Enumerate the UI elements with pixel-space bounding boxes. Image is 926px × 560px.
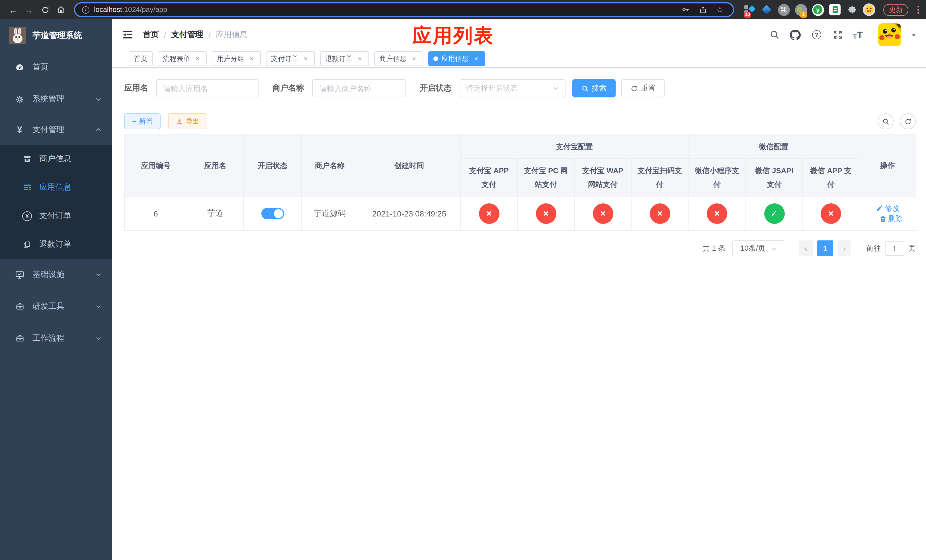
- next-page-button[interactable]: ›: [838, 241, 851, 256]
- yen-icon: ¥: [14, 124, 25, 135]
- breadcrumb-home[interactable]: 首页: [143, 30, 159, 40]
- breadcrumb-payment[interactable]: 支付管理: [171, 30, 203, 40]
- header-search-button[interactable]: [769, 29, 780, 41]
- goto-page-input[interactable]: [885, 241, 904, 256]
- yen-glyph: ¥: [22, 211, 32, 221]
- ext-square: [744, 5, 748, 9]
- extension-y-icon[interactable]: y: [811, 3, 824, 16]
- shop-icon: [22, 153, 32, 164]
- github-button[interactable]: [790, 29, 801, 41]
- browser-update-button[interactable]: 更新: [883, 4, 908, 16]
- extension-badge: 10: [744, 12, 750, 18]
- browser-forward-button[interactable]: →: [22, 2, 36, 17]
- edit-link[interactable]: 修改: [876, 203, 900, 213]
- tab-app-info[interactable]: 应用信息×: [428, 51, 485, 66]
- download-icon: [176, 118, 183, 125]
- sidebar-item-refund-orders[interactable]: 退款订单: [0, 230, 112, 259]
- main-panel: 首页 / 支付管理 / 应用信息 ?: [112, 20, 926, 560]
- goto-unit: 页: [908, 243, 916, 254]
- close-icon[interactable]: ×: [356, 55, 364, 63]
- extensions-puzzle-icon[interactable]: [846, 3, 858, 16]
- browser-home-button[interactable]: [53, 2, 68, 17]
- extension-kite-icon[interactable]: [760, 3, 773, 16]
- active-dot: [433, 56, 438, 61]
- page-1-button[interactable]: 1: [817, 241, 833, 256]
- filter-status: 开启状态 请选择开启状态: [420, 79, 566, 97]
- browser-reload-button[interactable]: [38, 2, 52, 17]
- page-size-select[interactable]: 10条/页: [732, 241, 785, 256]
- search-button[interactable]: 搜索: [572, 79, 616, 97]
- font-size-button[interactable]: TT: [853, 30, 863, 39]
- url-host: localhost: [94, 6, 122, 14]
- add-button-label: 新增: [139, 117, 153, 126]
- share-button[interactable]: [696, 3, 709, 16]
- pencil-icon: [876, 204, 883, 212]
- big-t: T: [857, 30, 863, 39]
- close-icon[interactable]: ×: [472, 55, 480, 63]
- bookmark-star-button[interactable]: ☆: [714, 3, 726, 16]
- export-button[interactable]: 导出: [168, 114, 207, 129]
- app-name-input[interactable]: [156, 79, 259, 97]
- fullscreen-button[interactable]: [832, 29, 843, 41]
- chevron-down-icon: [95, 271, 102, 278]
- password-key-button[interactable]: [679, 3, 692, 16]
- prev-page-button[interactable]: ‹: [799, 241, 813, 256]
- page-content: 应用名 商户名称 开启状态 请选择开启状态: [112, 68, 926, 560]
- browser-back-button[interactable]: ←: [6, 2, 21, 17]
- sidebar-item-payment[interactable]: ¥ 支付管理: [0, 115, 112, 145]
- cell-alipay-app: ×: [460, 197, 517, 230]
- tab-home[interactable]: 首页: [129, 51, 153, 66]
- address-bar[interactable]: i localhost:1024/pay/app ☆: [74, 2, 734, 17]
- refresh-table-button[interactable]: [900, 114, 916, 129]
- extension-recorder-icon[interactable]: 1: [794, 3, 807, 16]
- help-button[interactable]: ?: [811, 29, 822, 41]
- sidebar-item-workflow[interactable]: 工作流程: [0, 322, 112, 354]
- browser-menu-button[interactable]: [917, 6, 919, 14]
- tab-merchant-info[interactable]: 商户信息×: [374, 51, 423, 66]
- sidebar-item-home[interactable]: 首页: [0, 51, 112, 83]
- close-icon[interactable]: ×: [194, 55, 201, 63]
- reset-button[interactable]: 重置: [621, 79, 664, 97]
- sidebar-collapse-button[interactable]: [121, 29, 134, 41]
- sidebar-item-pay-orders[interactable]: ¥ 支付订单: [0, 202, 112, 230]
- tab-user-group[interactable]: 用户分组×: [212, 51, 261, 66]
- cell-wx-app: ×: [803, 197, 859, 230]
- extension-grid-badge-icon[interactable]: 10: [743, 3, 756, 16]
- app-table: 应用编号 应用名 开启状态 商户名称 创建时间 支付宝配置 微信配置 操作 支付…: [124, 135, 916, 231]
- tab-refund-orders[interactable]: 退款订单×: [320, 51, 369, 66]
- tab-label: 流程表单: [163, 54, 190, 64]
- user-avatar[interactable]: [878, 23, 901, 46]
- browser-profile-avatar[interactable]: [863, 3, 875, 16]
- emoji-face-icon: [864, 5, 874, 15]
- add-button[interactable]: + 新增: [124, 114, 160, 129]
- close-icon[interactable]: ×: [248, 55, 256, 63]
- avatar-caret-icon[interactable]: [911, 32, 917, 38]
- app-frame: 芋道管理系统 首页 系统管理 ¥ 支付管理: [0, 20, 926, 560]
- extension-command-icon[interactable]: ⌘: [777, 3, 790, 16]
- sidebar-item-merchant-info[interactable]: 商户信息: [0, 145, 112, 173]
- close-icon[interactable]: ×: [410, 55, 418, 63]
- col-status: 开启状态: [244, 135, 301, 197]
- tab-process-form[interactable]: 流程表单×: [158, 51, 207, 66]
- trash-icon: [879, 215, 887, 222]
- pikachu-avatar-icon: [878, 23, 901, 46]
- sidebar-item-infrastructure[interactable]: 基础设施: [0, 259, 112, 291]
- extension-docs-icon[interactable]: [829, 3, 841, 16]
- enabled-toggle[interactable]: [261, 208, 284, 219]
- toggle-search-button[interactable]: [878, 114, 894, 129]
- sidebar-item-dev-tools[interactable]: 研发工具: [0, 291, 112, 322]
- site-info-icon[interactable]: i: [82, 6, 89, 14]
- reload-icon: [41, 5, 49, 14]
- merchant-name-input[interactable]: [312, 79, 406, 97]
- delete-link[interactable]: 删除: [879, 213, 903, 224]
- col-merchant: 商户名称: [301, 135, 358, 197]
- tab-pay-orders[interactable]: 支付订单×: [266, 51, 315, 66]
- status-select[interactable]: 请选择开启状态: [460, 79, 566, 97]
- sidebar-item-app-info[interactable]: 应用信息: [0, 173, 112, 202]
- close-icon[interactable]: ×: [302, 55, 310, 63]
- sidebar-logo[interactable]: 芋道管理系统: [0, 20, 112, 51]
- delete-label: 删除: [888, 213, 903, 224]
- cell-app-id: 6: [124, 197, 187, 230]
- sidebar-item-system[interactable]: 系统管理: [0, 83, 112, 115]
- sidebar-item-label: 支付订单: [39, 211, 71, 221]
